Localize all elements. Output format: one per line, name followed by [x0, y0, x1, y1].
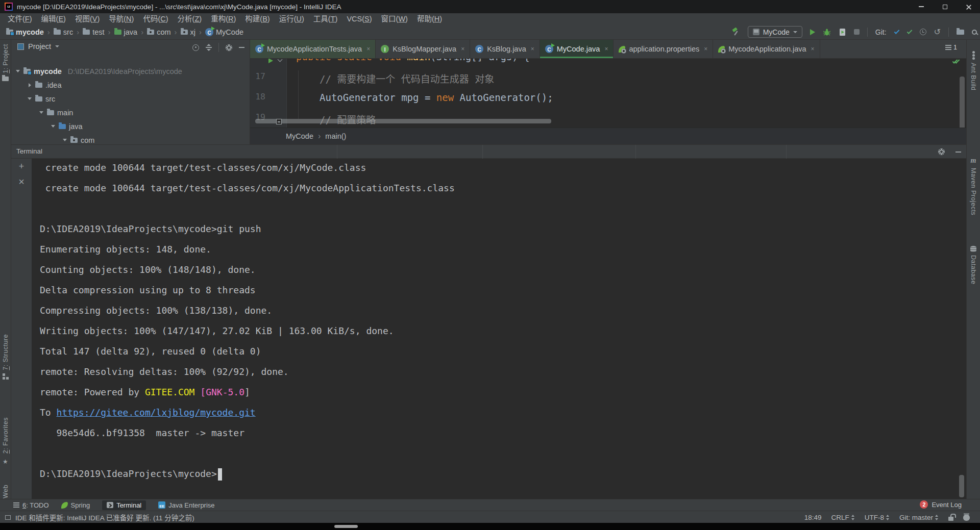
arrow-shape	[28, 97, 32, 100]
menu-item-C[interactable]: 代码(C)	[138, 13, 173, 24]
tab-close-icon[interactable]: ×	[811, 45, 815, 53]
breadcrumb-item-test[interactable]: test	[82, 28, 105, 36]
menu-item-T[interactable]: 工具(T)	[309, 13, 342, 24]
breadcrumb-item-MyCode[interactable]: MyCode	[204, 28, 244, 36]
run-button[interactable]	[810, 29, 815, 35]
tab-close-icon[interactable]: ×	[604, 45, 608, 53]
tree-row-src[interactable]: src	[11, 92, 250, 106]
breadcrumb-item-mycode[interactable]: mycode	[5, 28, 45, 36]
horizontal-scrollbar[interactable]	[255, 119, 551, 123]
line-ending-selector[interactable]: CRLF	[831, 514, 854, 521]
git-update-project-icon[interactable]	[894, 29, 899, 34]
tree-row-mycode[interactable]: mycodeD:\IDEA2019\IdeaProjects\mycode	[11, 64, 250, 78]
menu-item-V[interactable]: 视图(V)	[70, 13, 104, 24]
hector-inspection-icon[interactable]	[963, 514, 970, 521]
status-message[interactable]: IDE 和插件更新: IntelliJ IDEA 已准备好 更新. (11 分钟…	[15, 512, 194, 522]
tool-window-button-7-Structure[interactable]: 7: Structure	[0, 334, 11, 380]
git-rollback-icon[interactable]: ↺	[934, 28, 941, 36]
run-with-coverage-icon[interactable]	[839, 28, 846, 36]
tree-expanded-arrow-icon[interactable]	[51, 125, 56, 128]
git-branch-selector[interactable]: Git: master	[899, 514, 939, 521]
menu-item-U[interactable]: 运行(U)	[275, 13, 309, 24]
new-session-button[interactable]	[11, 159, 32, 174]
minimize-button[interactable]	[910, 0, 933, 13]
tool-window-button-Terminal[interactable]: Terminal	[102, 500, 146, 510]
tree-expanded-arrow-icon[interactable]	[62, 139, 67, 141]
chevron-down-icon[interactable]	[55, 45, 59, 47]
tool-window-button-1-Project[interactable]: 1: Project	[0, 44, 11, 81]
breadcrumb-item-com[interactable]: com	[146, 28, 172, 36]
search-everywhere-icon[interactable]	[972, 30, 977, 35]
run-configuration-select[interactable]: MyCode	[748, 26, 802, 38]
tab-close-icon[interactable]: ×	[531, 45, 534, 53]
debug-bug-icon[interactable]	[823, 28, 831, 36]
menu-item-S[interactable]: VCS(S)	[342, 13, 376, 24]
tab-close-icon[interactable]: ×	[366, 45, 370, 53]
collapse-all-icon[interactable]	[206, 44, 212, 51]
tab-close-icon[interactable]: ×	[704, 45, 707, 53]
breadcrumb-item-src[interactable]: src	[53, 28, 74, 36]
tree-expanded-arrow-icon[interactable]	[27, 97, 32, 100]
menu-item-H[interactable]: 帮助(H)	[412, 13, 447, 24]
tab-MyCode.java[interactable]: MyCode.java×	[540, 40, 614, 58]
tree-collapsed-arrow-icon[interactable]	[27, 83, 32, 87]
breadcrumb-item-java[interactable]: java	[113, 28, 139, 36]
inspection-status-icon[interactable]	[952, 61, 960, 62]
hide-panel-icon[interactable]	[955, 152, 961, 153]
tree-row-com[interactable]: com	[11, 133, 250, 144]
encoding-selector[interactable]: UTF-8	[865, 514, 890, 521]
tool-window-button-Database[interactable]: Database	[967, 246, 980, 285]
notification-window-icon[interactable]	[5, 515, 11, 520]
menu-item-N[interactable]: 导航(N)	[104, 13, 138, 24]
editor-breadcrumb-item[interactable]: main()	[325, 132, 346, 140]
tab-close-icon[interactable]: ×	[461, 45, 464, 53]
tab-KsBlogMapper.java[interactable]: KsBlogMapper.java×	[376, 40, 470, 58]
hidden-tabs-dropdown[interactable]: 1	[945, 44, 957, 51]
tree-row-.idea[interactable]: .idea	[11, 78, 250, 92]
menu-item-W[interactable]: 窗口(W)	[377, 13, 412, 24]
tree-row-java[interactable]: java	[11, 119, 250, 133]
breadcrumb-item-xj[interactable]: xj	[180, 28, 197, 36]
menu-item-F[interactable]: 文件(F)	[3, 13, 37, 24]
tool-window-button-2-Favorites[interactable]: 2: Favorites	[0, 417, 11, 466]
gear-icon[interactable]	[938, 148, 945, 155]
tab-MycodeApplicationTests.java[interactable]: MycodeApplicationTests.java×	[250, 40, 376, 58]
unlock-icon[interactable]	[948, 517, 953, 521]
close-button[interactable]	[957, 0, 980, 13]
menu-item-R[interactable]: 重构(R)	[206, 13, 240, 24]
close-session-button[interactable]	[11, 174, 32, 189]
tool-window-button-6-TODO[interactable]: 6: TODO	[13, 501, 49, 509]
maximize-button[interactable]	[933, 0, 957, 13]
terminal-output[interactable]: create mode 100644 target/test-classes/c…	[32, 159, 966, 499]
tool-window-button-Spring[interactable]: Spring	[61, 501, 90, 509]
stop-button[interactable]	[854, 29, 860, 35]
project-structure-folder-icon[interactable]	[957, 30, 964, 35]
run-gutter-icon[interactable]	[268, 58, 273, 63]
tree-expanded-arrow-icon[interactable]	[39, 111, 44, 114]
vertical-scrollbar[interactable]	[960, 77, 965, 135]
tab-KsBlog.java[interactable]: KsBlog.java×	[470, 40, 540, 58]
event-log-button[interactable]: 2 Event Log	[920, 500, 962, 509]
tab-application.properties[interactable]: application.properties×	[614, 40, 713, 58]
git-commit-icon[interactable]	[906, 29, 912, 34]
menu-item-Z[interactable]: 分析(Z)	[173, 13, 207, 24]
gear-icon[interactable]	[226, 44, 232, 51]
locate-file-icon[interactable]	[192, 44, 199, 51]
hide-panel-icon[interactable]	[239, 47, 244, 48]
terminal-link[interactable]: https://gitee.com/lxjblog/mycode.git	[57, 407, 256, 418]
terminal-header[interactable]: Terminal	[11, 145, 966, 159]
tree-row-main[interactable]: main	[11, 106, 250, 119]
terminal-text: create mode 100644 target/test-classes/c…	[40, 183, 455, 193]
terminal-scrollbar[interactable]	[959, 475, 964, 497]
menu-item-E[interactable]: 编辑(E)	[37, 13, 70, 24]
menu-item-B[interactable]: 构建(B)	[240, 13, 274, 24]
build-hammer-icon[interactable]	[731, 28, 740, 36]
tool-window-button-Maven-Projects[interactable]: Maven Projects	[967, 156, 980, 215]
tool-window-button-Ant-Build[interactable]: Ant Build	[967, 51, 980, 91]
tree-expanded-arrow-icon[interactable]	[15, 70, 20, 72]
tool-window-button-Java-Enterprise[interactable]: Java Enterprise	[158, 501, 214, 509]
tab-MycodeApplication.java[interactable]: MycodeApplication.java×	[713, 40, 820, 58]
fold-box-icon[interactable]	[276, 119, 282, 124]
git-history-icon[interactable]	[920, 29, 926, 35]
editor-breadcrumb-item[interactable]: MyCode	[286, 132, 313, 140]
